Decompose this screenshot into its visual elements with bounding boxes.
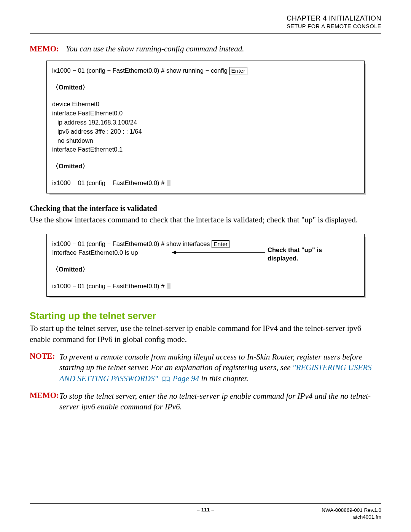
- footer-docinfo: NWA-008869-001 Rev.1.0 atch4001.fm: [264, 507, 381, 521]
- code-text: ix1000 − 01 (config − FastEthernet0.0) #: [52, 179, 166, 186]
- memo-text: You can use the show running-config comm…: [66, 44, 244, 53]
- paragraph: To start up the telnet server, use the t…: [30, 323, 381, 345]
- page-number: – 111 –: [147, 507, 264, 521]
- omitted-marker: 〈Omitted〉: [52, 162, 359, 171]
- annotation-arrow-icon: [171, 249, 266, 256]
- code-text: ix1000 − 01 (config − FastEthernet0.0) #…: [52, 67, 229, 74]
- code-block-show-interfaces: ix1000 − 01 (config − FastEthernet0.0) #…: [46, 234, 365, 297]
- page: CHAPTER 4 INITIALIZATION SETUP FOR A REM…: [0, 0, 411, 532]
- annotation-text: Check that "up" is displayed.: [268, 246, 336, 263]
- code-line: ip address 192.168.3.100/24: [52, 118, 359, 127]
- omitted-marker: 〈Omitted〉: [52, 265, 359, 274]
- code-line: ix1000 − 01 (config − FastEthernet0.0) #: [52, 179, 359, 188]
- code-line: ix1000 − 01 (config − FastEthernet0.0) #: [52, 282, 359, 291]
- omitted-marker: 〈Omitted〉: [52, 83, 359, 92]
- note-text: in this chapter.: [199, 374, 249, 383]
- code-line: interface FastEthernet0.1: [52, 145, 359, 154]
- memo-label: MEMO:: [30, 391, 59, 400]
- note-block: NOTE: To prevent a remote console from m…: [30, 351, 381, 385]
- header-subtitle: SETUP FOR A REMOTE CONSOLE: [30, 23, 381, 29]
- code-line: ipv6 address 3ffe : 200 : : 1/64: [52, 127, 359, 136]
- doc-filename: atch4001.fm: [264, 514, 381, 521]
- code-text: ix1000 − 01 (config − FastEthernet0.0) #: [52, 283, 166, 289]
- note-body: To prevent a remote console from making …: [59, 351, 381, 385]
- codebox-panel: ix1000 − 01 (config − FastEthernet0.0) #…: [46, 234, 365, 297]
- memo-block-2: MEMO: To stop the telnet server, enter t…: [30, 391, 381, 412]
- code-line: interface FastEthernet0.0: [52, 109, 359, 118]
- subheading-checking-interface: Checking that the interface is validated: [30, 204, 381, 213]
- paragraph: Use the show interfaces command to check…: [30, 214, 381, 225]
- svg-marker-1: [172, 251, 176, 254]
- memo-text: To stop the telnet server, enter the no …: [59, 391, 381, 412]
- memo-label: MEMO:: [30, 44, 64, 54]
- section-title-telnet: Starting up the telnet server: [30, 310, 381, 321]
- code-text: ix1000 − 01 (config − FastEthernet0.0) #…: [52, 240, 212, 247]
- header-rule: [30, 33, 381, 34]
- code-line: device Ethernet0: [52, 100, 359, 109]
- enter-key: Enter: [229, 67, 247, 75]
- book-icon: [162, 374, 170, 385]
- memo-block-1: MEMO: You can use the show running-confi…: [30, 44, 381, 54]
- cursor-icon: [167, 283, 170, 289]
- page-header: CHAPTER 4 INITIALIZATION SETUP FOR A REM…: [30, 14, 381, 29]
- chapter-label: CHAPTER 4 INITIALIZATION: [30, 14, 381, 22]
- page-reference[interactable]: Page 94: [171, 374, 199, 383]
- code-line: ix1000 − 01 (config − FastEthernet0.0) #…: [52, 66, 359, 75]
- enter-key: Enter: [212, 240, 229, 248]
- footer-rule: [30, 503, 381, 504]
- cursor-icon: [167, 180, 170, 186]
- code-line: no shutdown: [52, 136, 359, 145]
- code-block-running-config: ix1000 − 01 (config − FastEthernet0.0) #…: [46, 61, 365, 193]
- note-label: NOTE:: [30, 351, 59, 361]
- page-footer: – 111 – NWA-008869-001 Rev.1.0 atch4001.…: [30, 503, 381, 521]
- codebox-panel: ix1000 − 01 (config − FastEthernet0.0) #…: [46, 61, 365, 193]
- doc-revision: NWA-008869-001 Rev.1.0: [264, 507, 381, 514]
